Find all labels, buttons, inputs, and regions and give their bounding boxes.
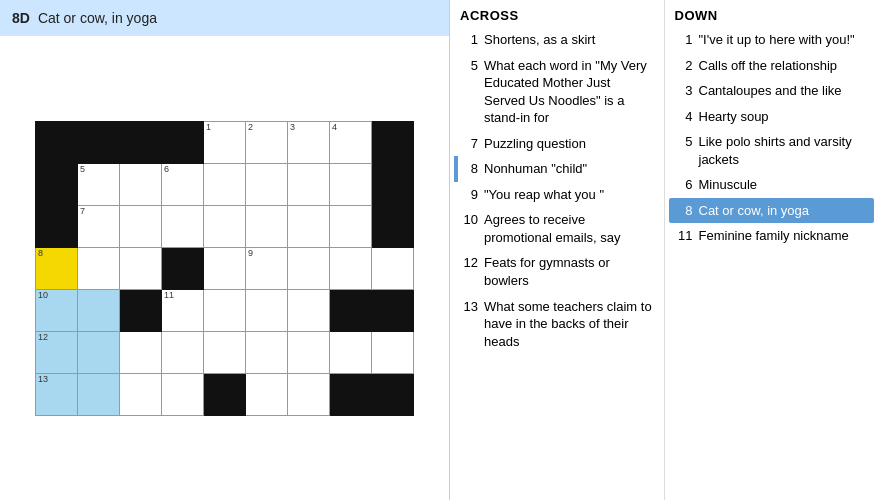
cell-black <box>330 373 372 415</box>
grid-cell[interactable] <box>288 247 330 289</box>
clue-number: 1 <box>675 31 693 49</box>
clue-number: 7 <box>460 135 478 153</box>
grid-row: 8 9 <box>36 247 414 289</box>
clue-text: "I've it up to here with you!" <box>699 31 855 49</box>
clue-text: Puzzling question <box>484 135 586 153</box>
grid-cell[interactable] <box>288 163 330 205</box>
across-clue-item[interactable]: 8Nonhuman "child" <box>454 156 660 182</box>
grid-cell[interactable] <box>288 373 330 415</box>
grid-cell[interactable]: 9 <box>246 247 288 289</box>
grid-cell-blue[interactable] <box>78 331 120 373</box>
down-clue-item[interactable]: 8Cat or cow, in yoga <box>669 198 875 224</box>
across-clue-item[interactable]: 9"You reap what you " <box>454 182 660 208</box>
grid-cell[interactable] <box>204 289 246 331</box>
grid-cell[interactable] <box>330 163 372 205</box>
grid-row: 12 <box>36 331 414 373</box>
grid-cell[interactable] <box>372 331 414 373</box>
grid-cell[interactable] <box>288 289 330 331</box>
grid-cell[interactable] <box>288 205 330 247</box>
down-clue-item[interactable]: 5Like polo shirts and varsity jackets <box>669 129 875 172</box>
grid-cell[interactable] <box>78 247 120 289</box>
clue-number: 13 <box>460 298 478 351</box>
grid-cell[interactable] <box>204 163 246 205</box>
grid-cell[interactable] <box>246 163 288 205</box>
cell-black <box>372 163 414 205</box>
grid-cell-blue[interactable] <box>78 373 120 415</box>
down-clue-item[interactable]: 6Minuscule <box>669 172 875 198</box>
grid-cell[interactable]: 3 <box>288 121 330 163</box>
down-clue-item[interactable]: 4Hearty soup <box>669 104 875 130</box>
grid-cell-active[interactable]: 8 <box>36 247 78 289</box>
grid-cell[interactable]: 2 <box>246 121 288 163</box>
grid-cell[interactable] <box>330 205 372 247</box>
cell-black <box>36 121 78 163</box>
across-clue-item[interactable]: 1Shortens, as a skirt <box>454 27 660 53</box>
grid-cell[interactable] <box>246 331 288 373</box>
grid-cell[interactable] <box>162 205 204 247</box>
grid-cell[interactable] <box>288 331 330 373</box>
down-clue-item[interactable]: 11Feminine family nickname <box>669 223 875 249</box>
clue-number: 1 <box>460 31 478 49</box>
grid-cell[interactable]: 6 <box>162 163 204 205</box>
down-clue-item[interactable]: 1"I've it up to here with you!" <box>669 27 875 53</box>
grid-cell[interactable]: 5 <box>78 163 120 205</box>
clue-text: Calls off the relationship <box>699 57 838 75</box>
across-list[interactable]: 1Shortens, as a skirt5What each word in … <box>450 27 664 500</box>
across-clue-item[interactable]: 7Puzzling question <box>454 131 660 157</box>
grid-cell[interactable] <box>204 247 246 289</box>
cell-black <box>372 373 414 415</box>
grid-row: 10 11 <box>36 289 414 331</box>
grid-cell-blue[interactable]: 10 <box>36 289 78 331</box>
grid-cell[interactable]: 4 <box>330 121 372 163</box>
down-clue-item[interactable]: 3Cantaloupes and the like <box>669 78 875 104</box>
grid-cell[interactable] <box>120 373 162 415</box>
grid-cell[interactable] <box>246 289 288 331</box>
clue-text: Minuscule <box>699 176 758 194</box>
clue-number: 10 <box>460 211 478 246</box>
across-clue-item[interactable]: 10Agrees to receive promotional emails, … <box>454 207 660 250</box>
header-clue-text: Cat or cow, in yoga <box>38 10 157 26</box>
grid-cell[interactable] <box>372 247 414 289</box>
clue-text: Feats for gymnasts or bowlers <box>484 254 654 289</box>
grid-cell-blue[interactable]: 12 <box>36 331 78 373</box>
across-column: ACROSS 1Shortens, as a skirt5What each w… <box>450 0 665 500</box>
grid-cell[interactable] <box>330 247 372 289</box>
grid-cell[interactable]: 1 <box>204 121 246 163</box>
cell-black <box>162 247 204 289</box>
down-title: DOWN <box>665 0 879 27</box>
grid-row: 1 2 3 4 <box>36 121 414 163</box>
cell-black <box>204 373 246 415</box>
grid-row: 13 <box>36 373 414 415</box>
clue-number: 8 <box>460 160 478 178</box>
grid-cell[interactable] <box>246 373 288 415</box>
grid-cell[interactable] <box>120 163 162 205</box>
clue-number: 5 <box>675 133 693 168</box>
down-list[interactable]: 1"I've it up to here with you!"2Calls of… <box>665 27 879 500</box>
grid-cell[interactable]: 7 <box>78 205 120 247</box>
grid-cell[interactable] <box>120 331 162 373</box>
grid-cell[interactable] <box>162 331 204 373</box>
crossword-grid[interactable]: 1 2 3 4 5 6 <box>35 121 414 416</box>
across-title: ACROSS <box>450 0 664 27</box>
grid-cell[interactable] <box>204 331 246 373</box>
clue-number: 2 <box>675 57 693 75</box>
across-clue-item[interactable]: 12Feats for gymnasts or bowlers <box>454 250 660 293</box>
grid-cell[interactable] <box>120 205 162 247</box>
grid-cell[interactable] <box>204 205 246 247</box>
grid-cell[interactable] <box>246 205 288 247</box>
grid-cell[interactable] <box>162 373 204 415</box>
cell-black <box>162 121 204 163</box>
grid-cell[interactable]: 11 <box>162 289 204 331</box>
across-clue-item[interactable]: 13What some teachers claim to have in th… <box>454 294 660 355</box>
grid-cell[interactable] <box>330 331 372 373</box>
grid-container: 1 2 3 4 5 6 <box>0 36 449 500</box>
grid-cell[interactable] <box>120 247 162 289</box>
across-clue-item[interactable]: 5What each word in "My Very Educated Mot… <box>454 53 660 131</box>
down-clue-item[interactable]: 2Calls off the relationship <box>669 53 875 79</box>
grid-cell-blue[interactable]: 13 <box>36 373 78 415</box>
clue-number: 11 <box>675 227 693 245</box>
clue-number: 5 <box>460 57 478 127</box>
down-column: DOWN 1"I've it up to here with you!"2Cal… <box>665 0 879 500</box>
header-clue-id: 8D <box>12 10 30 26</box>
grid-cell-blue[interactable] <box>78 289 120 331</box>
